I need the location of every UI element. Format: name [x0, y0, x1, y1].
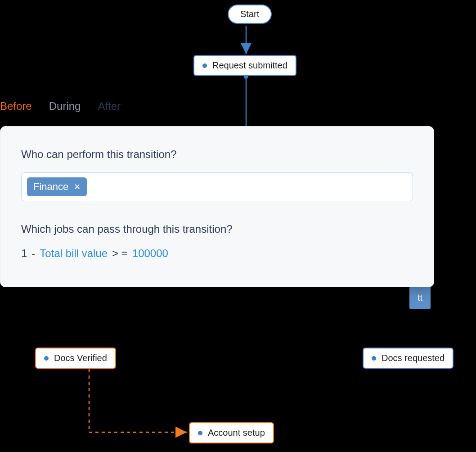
node-account-setup[interactable]: Account setup [189, 422, 274, 443]
status-dot-icon [372, 356, 376, 361]
panel-question-who: Who can perform this transition? [21, 148, 413, 161]
tab-before[interactable]: Before [0, 100, 32, 113]
node-start[interactable]: Start [228, 5, 272, 24]
rule-operator: > = [112, 247, 128, 260]
condition-rule-1[interactable]: 1 - Total bill value > = 100000 [21, 247, 413, 260]
node-account-setup-label: Account setup [208, 428, 265, 438]
panel-question-jobs: Which jobs can pass through this transit… [21, 223, 413, 235]
transition-tabs: Before During After [0, 100, 121, 113]
status-dot-icon [202, 63, 207, 68]
transition-config-panel: Who can perform this transition? Finance… [0, 126, 434, 287]
node-start-label: Start [240, 9, 259, 19]
status-dot-icon [198, 431, 202, 435]
partial-button-text: tt [418, 293, 422, 303]
rule-index: 1 [21, 247, 27, 260]
rule-dash: - [31, 247, 35, 260]
tag-remove-icon[interactable]: ✕ [74, 182, 81, 192]
tab-during[interactable]: During [49, 100, 81, 113]
rule-value[interactable]: 100000 [132, 247, 168, 260]
tab-after[interactable]: After [98, 100, 121, 113]
tag-finance[interactable]: Finance ✕ [27, 177, 87, 196]
who-tag-input[interactable]: Finance ✕ [21, 172, 413, 201]
rule-field[interactable]: Total bill value [40, 247, 108, 260]
status-dot-icon [44, 356, 49, 361]
node-docs-requested-label: Docs requested [382, 353, 445, 363]
node-docs-requested[interactable]: Docs requested [363, 348, 454, 369]
node-docs-verified[interactable]: Docs Verified [35, 348, 116, 369]
tag-label: Finance [33, 181, 68, 193]
node-request-submitted[interactable]: Request submitted [193, 55, 296, 76]
node-docs-verified-label: Docs Verified [54, 353, 107, 363]
node-request-submitted-label: Request submitted [212, 60, 287, 71]
partial-button[interactable]: tt [409, 286, 431, 309]
